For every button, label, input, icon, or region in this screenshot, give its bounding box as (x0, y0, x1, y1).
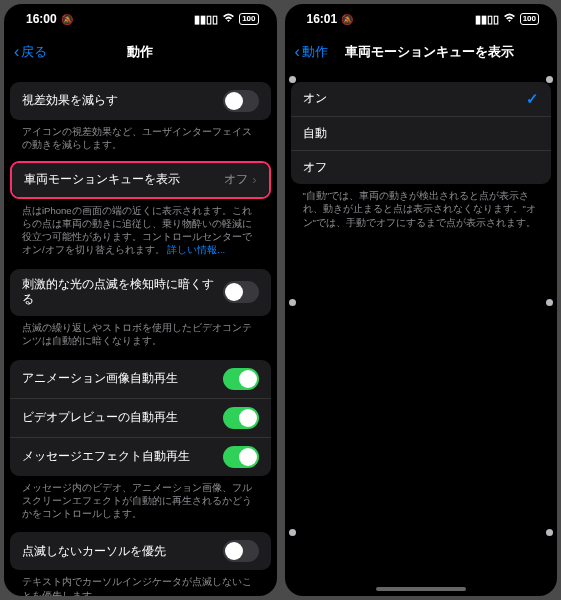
dnd-icon: 🔕 (61, 14, 73, 25)
wifi-icon (503, 13, 516, 25)
group-cursor: 点滅しないカーソルを優先 テキスト内でカーソルインジケータが点滅しないことを優先… (10, 532, 271, 596)
row-reduce-motion[interactable]: 視差効果を減らす (10, 82, 271, 120)
toggle-autoplay-video-preview[interactable] (223, 407, 259, 429)
back-label: 戻る (21, 43, 47, 61)
option-on[interactable]: オン ✓ (291, 82, 552, 116)
status-bar: 16:01 🔕 ▮▮▯▯ 100 (285, 4, 558, 34)
status-time: 16:01 (307, 12, 338, 26)
row-label: 刺激的な光の点滅を検知時に暗くする (22, 277, 223, 308)
toggle-dim-flashing[interactable] (223, 281, 259, 303)
home-indicator[interactable] (376, 587, 466, 591)
group-options: オン ✓ 自動 オフ "自動"では、車両の動きが検出されると点が表示され、動きが… (291, 82, 552, 229)
chevron-left-icon: ‹ (295, 44, 300, 60)
footer-text: 点はiPhoneの画面の端の近くに表示されます。これらの点は車両の動きに追従し、… (10, 199, 271, 257)
settings-block: 刺激的な光の点滅を検知時に暗くする (10, 269, 271, 316)
row-label: オン (303, 91, 527, 107)
motion-cue-dot (546, 529, 553, 536)
status-bar: 16:00 🔕 ▮▮▯▯ 100 (4, 4, 277, 34)
settings-block: オン ✓ 自動 オフ (291, 82, 552, 184)
motion-cue-dot (546, 76, 553, 83)
row-autoplay-video-preview[interactable]: ビデオプレビューの自動再生 (10, 398, 271, 437)
chevron-left-icon: ‹ (14, 44, 19, 60)
page-title: 車両モーションキューを表示 (345, 43, 514, 61)
row-dim-flashing[interactable]: 刺激的な光の点滅を検知時に暗くする (10, 269, 271, 316)
row-label: オフ (303, 160, 540, 176)
motion-cue-dot (546, 299, 553, 306)
settings-block: 車両モーションキューを表示 オフ › (12, 163, 269, 197)
footer-text: "自動"では、車両の動きが検出されると点が表示され、動きが止まると点は表示されな… (291, 184, 552, 229)
row-label: アニメーション画像自動再生 (22, 371, 223, 387)
checkmark-icon: ✓ (526, 90, 539, 108)
signal-icon: ▮▮▯▯ (194, 13, 218, 26)
row-label: ビデオプレビューの自動再生 (22, 410, 223, 426)
footer-text: テキスト内でカーソルインジケータが点滅しないことを優先します。 (10, 570, 271, 596)
option-auto[interactable]: 自動 (291, 116, 552, 150)
signal-icon: ▮▮▯▯ (475, 13, 499, 26)
battery-icon: 100 (239, 13, 258, 25)
row-label: 車両モーションキューを表示 (24, 172, 218, 188)
status-time: 16:00 (26, 12, 57, 26)
row-autoplay-animation[interactable]: アニメーション画像自動再生 (10, 360, 271, 398)
settings-block: アニメーション画像自動再生 ビデオプレビューの自動再生 メッセージエフェクト自動… (10, 360, 271, 476)
settings-block: 点滅しないカーソルを優先 (10, 532, 271, 570)
motion-cue-dot (289, 76, 296, 83)
option-off[interactable]: オフ (291, 150, 552, 184)
toggle-reduce-motion[interactable] (223, 90, 259, 112)
group-dim-flashing: 刺激的な光の点滅を検知時に暗くする 点滅の繰り返しやストロボを使用したビデオコン… (10, 269, 271, 348)
learn-more-link[interactable]: 詳しい情報... (167, 244, 225, 255)
motion-cue-dot (289, 529, 296, 536)
back-label: 動作 (302, 43, 328, 61)
row-vehicle-motion-cue[interactable]: 車両モーションキューを表示 オフ › (12, 163, 269, 197)
back-button[interactable]: ‹ 戻る (14, 43, 47, 61)
group-autoplay: アニメーション画像自動再生 ビデオプレビューの自動再生 メッセージエフェクト自動… (10, 360, 271, 521)
phone-left: 16:00 🔕 ▮▮▯▯ 100 ‹ 戻る 動作 視差効果を減らす アイコン (4, 4, 277, 596)
footer-text: アイコンの視差効果など、ユーザインターフェイスの動きを減らします。 (10, 120, 271, 152)
back-button[interactable]: ‹ 動作 (295, 43, 328, 61)
toggle-non-blinking-cursor[interactable] (223, 540, 259, 562)
toggle-autoplay-message-effects[interactable] (223, 446, 259, 468)
motion-cue-dot (289, 299, 296, 306)
toggle-autoplay-animation[interactable] (223, 368, 259, 390)
row-label: 視差効果を減らす (22, 93, 223, 109)
battery-icon: 100 (520, 13, 539, 25)
chevron-right-icon: › (252, 172, 256, 187)
row-label: 点滅しないカーソルを優先 (22, 544, 223, 560)
row-label: メッセージエフェクト自動再生 (22, 449, 223, 465)
group-reduce-motion: 視差効果を減らす アイコンの視差効果など、ユーザインターフェイスの動きを減らしま… (10, 82, 271, 152)
settings-content[interactable]: オン ✓ 自動 オフ "自動"では、車両の動きが検出されると点が表示され、動きが… (285, 70, 558, 596)
row-label: 自動 (303, 126, 540, 142)
settings-block: 視差効果を減らす (10, 82, 271, 120)
wifi-icon (222, 13, 235, 25)
row-value: オフ (224, 171, 248, 188)
footer-text: 点滅の繰り返しやストロボを使用したビデオコンテンツは自動的に暗くなります。 (10, 316, 271, 348)
row-autoplay-message-effects[interactable]: メッセージエフェクト自動再生 (10, 437, 271, 476)
row-non-blinking-cursor[interactable]: 点滅しないカーソルを優先 (10, 532, 271, 570)
footer-text: メッセージ内のビデオ、アニメーション画像、フルスクリーンエフェクトが自動的に再生… (10, 476, 271, 521)
settings-content[interactable]: 視差効果を減らす アイコンの視差効果など、ユーザインターフェイスの動きを減らしま… (4, 70, 277, 596)
phone-right: 16:01 🔕 ▮▮▯▯ 100 ‹ 動作 車両モーションキューを表示 オン ✓ (285, 4, 558, 596)
nav-bar: ‹ 戻る 動作 (4, 34, 277, 70)
nav-bar: ‹ 動作 車両モーションキューを表示 (285, 34, 558, 70)
dnd-icon: 🔕 (341, 14, 353, 25)
highlighted-row-frame: 車両モーションキューを表示 オフ › (10, 161, 271, 199)
